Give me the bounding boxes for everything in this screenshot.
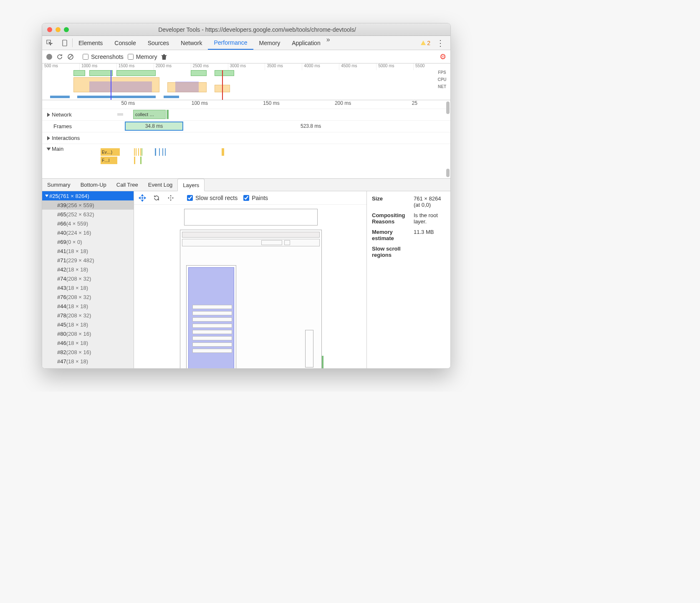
- layer-tree[interactable]: #25(761 × 8264)#39(256 × 559)#65(252 × 6…: [42, 191, 134, 368]
- pan-icon[interactable]: [138, 194, 147, 202]
- layer-row[interactable]: #47(18 × 18): [42, 357, 134, 366]
- overview-tick: 5500: [413, 63, 450, 70]
- tab-elements[interactable]: Elements: [73, 36, 109, 50]
- layer-dimensions: (256 × 559): [66, 202, 94, 208]
- layer-row[interactable]: #78(208 × 32): [42, 311, 134, 320]
- layer-row[interactable]: #80(208 × 16): [42, 329, 134, 338]
- detail-tab-bottom-up[interactable]: Bottom-Up: [76, 179, 111, 191]
- tab-application[interactable]: Application: [286, 36, 326, 50]
- layer-row[interactable]: #45(18 × 18): [42, 320, 134, 329]
- flame-event[interactable]: F…l: [101, 157, 117, 164]
- slow-scroll-checkbox[interactable]: Slow scroll rects: [187, 195, 238, 201]
- devtools-window: Developer Tools - https://developers.goo…: [42, 23, 451, 369]
- scrollbar-thumb[interactable]: [446, 101, 450, 114]
- tab-memory[interactable]: Memory: [253, 36, 286, 50]
- layer-canvas[interactable]: [134, 205, 366, 368]
- layer-dimensions: (18 × 18): [66, 248, 88, 254]
- garbage-collect-icon[interactable]: [161, 53, 167, 60]
- screenshots-checkbox[interactable]: Screenshots: [83, 53, 124, 60]
- layer-row[interactable]: #41(18 × 18): [42, 246, 134, 256]
- layer-dimensions: (208 × 16): [66, 331, 91, 337]
- layer-id: #44: [57, 303, 66, 309]
- layer-row[interactable]: #69(0 × 0): [42, 237, 134, 246]
- paints-checkbox[interactable]: Paints: [243, 195, 268, 201]
- layer-dimensions: (208 × 16): [66, 349, 91, 355]
- compositing-reasons-value: Is the root layer.: [414, 212, 445, 225]
- record-button[interactable]: [46, 54, 52, 60]
- minimize-window-button[interactable]: [56, 27, 61, 32]
- layer-dimensions: (4 × 559): [66, 220, 88, 227]
- overview-tick: 3500 ms: [265, 63, 302, 70]
- layer-dimensions: (208 × 32): [66, 294, 91, 300]
- tab-console[interactable]: Console: [109, 36, 142, 50]
- layer-dimensions: (18 × 18): [66, 358, 88, 365]
- layer-row[interactable]: #71(229 × 482): [42, 256, 134, 265]
- titlebar: Developer Tools - https://developers.goo…: [42, 23, 450, 36]
- frame-1[interactable]: 34.8 ms: [125, 122, 183, 131]
- layer-row[interactable]: #25(761 × 8264): [42, 191, 134, 200]
- layer-row[interactable]: #43(18 × 18): [42, 283, 134, 292]
- layer-row[interactable]: #76(208 × 32): [42, 292, 134, 302]
- layer-row[interactable]: #46(18 × 18): [42, 338, 134, 347]
- flame-event[interactable]: Ev…): [101, 148, 120, 156]
- settings-menu-icon[interactable]: ⋮: [436, 39, 445, 47]
- slow-scroll-regions-value: [414, 246, 445, 258]
- maximize-window-button[interactable]: [64, 27, 69, 32]
- size-value: 761 × 8264 (at 0,0): [414, 195, 445, 208]
- layer-id: #41: [57, 248, 66, 254]
- tab-network[interactable]: Network: [175, 36, 208, 50]
- layer-row[interactable]: #40(224 × 16): [42, 228, 134, 237]
- expand-icon: [47, 136, 50, 140]
- layer-row[interactable]: #74(208 × 32): [42, 274, 134, 283]
- frames-track[interactable]: Frames 34.8 ms 523.8 ms: [42, 120, 450, 132]
- layers-panel: #25(761 × 8264)#39(256 × 559)#65(252 × 6…: [42, 191, 450, 368]
- layer-row[interactable]: #65(252 × 632): [42, 210, 134, 219]
- layer-row[interactable]: #82(208 × 16): [42, 347, 134, 357]
- layer-row[interactable]: #42(18 × 18): [42, 265, 134, 274]
- layer-row[interactable]: #44(18 × 18): [42, 302, 134, 311]
- tab-sources[interactable]: Sources: [142, 36, 175, 50]
- perf-toolbar: Screenshots Memory ⚙: [42, 50, 450, 63]
- layer-id: #76: [57, 294, 66, 300]
- warning-icon: [421, 41, 426, 45]
- flame-chart[interactable]: 50 ms100 ms150 ms200 ms25 Network collec…: [42, 100, 450, 179]
- close-window-button[interactable]: [47, 27, 52, 32]
- layer-row[interactable]: #66(4 × 559): [42, 219, 134, 228]
- layer-dimensions: (18 × 18): [66, 340, 88, 346]
- overview-tick: 5000 ms: [376, 63, 413, 70]
- capture-settings-icon[interactable]: ⚙: [440, 52, 446, 61]
- interactions-track[interactable]: Interactions: [42, 132, 450, 144]
- layer-row[interactable]: #39(256 × 559): [42, 200, 134, 210]
- detail-tab-layers[interactable]: Layers: [177, 179, 205, 191]
- detail-tab-summary[interactable]: Summary: [42, 179, 76, 191]
- rotate-icon[interactable]: [152, 194, 161, 202]
- timeline-overview[interactable]: 500 ms1000 ms1500 ms2000 ms2500 ms3000 m…: [42, 63, 450, 100]
- detail-tab-call-tree[interactable]: Call Tree: [111, 179, 143, 191]
- layer-dimensions: (18 × 18): [66, 266, 88, 273]
- layer-id: #45: [57, 322, 66, 328]
- network-track[interactable]: Network collect …: [42, 109, 450, 120]
- reload-button[interactable]: [56, 53, 63, 60]
- layer-id: #69: [57, 239, 66, 245]
- memory-checkbox[interactable]: Memory: [128, 53, 157, 60]
- tab-performance[interactable]: Performance: [208, 36, 253, 50]
- clear-button[interactable]: [67, 53, 74, 60]
- main-track[interactable]: Main Ev…) F…l: [42, 144, 450, 173]
- scrollbar-thumb[interactable]: [446, 169, 450, 177]
- flame-tick: 50 ms: [92, 100, 164, 109]
- warnings-badge[interactable]: 2: [421, 40, 430, 46]
- layer-id: #43: [57, 285, 66, 291]
- frame-2[interactable]: 523.8 ms: [299, 122, 321, 130]
- layer-dimensions: (208 × 32): [66, 312, 91, 319]
- overview-tick: 1500 ms: [116, 63, 154, 70]
- network-event[interactable]: collect …: [133, 110, 166, 119]
- layer-toolbar: Slow scroll rects Paints: [134, 191, 366, 205]
- svg-rect-0: [63, 40, 67, 46]
- device-toggle-icon[interactable]: [57, 36, 72, 50]
- inspect-icon[interactable]: [42, 36, 57, 50]
- reset-view-icon[interactable]: [167, 194, 175, 202]
- layer-dimensions: (224 × 16): [66, 230, 91, 236]
- detail-tab-event-log[interactable]: Event Log: [143, 179, 178, 191]
- more-tabs-icon[interactable]: »: [326, 36, 330, 50]
- layer-id: #74: [57, 276, 66, 282]
